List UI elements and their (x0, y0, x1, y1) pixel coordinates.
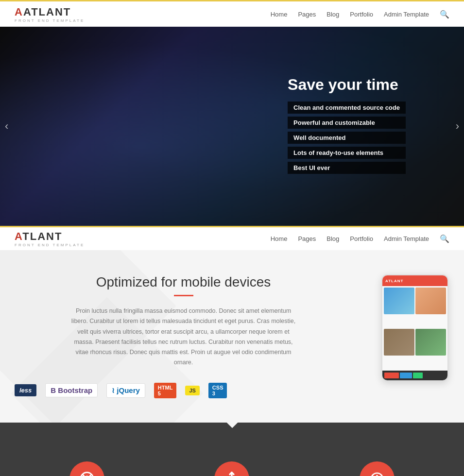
support-icon (79, 471, 95, 476)
tech-css3: CSS3 (208, 383, 227, 398)
phone-brand-text: ATLANT (385, 279, 403, 283)
title-underline (174, 295, 193, 296)
tech-jquery: ≀ jQuery (106, 383, 145, 398)
hero-title: Save your time (288, 76, 406, 94)
hero-prev-button[interactable]: ‹ (5, 120, 8, 133)
mobile-text-area: Optimized for mobile devices Proin luctu… (15, 274, 352, 398)
phone-body (382, 286, 447, 371)
nav2-admin[interactable]: Admin Template (384, 235, 429, 242)
svg-line-2 (83, 474, 85, 476)
nav2-portfolio[interactable]: Portfolio (350, 235, 373, 242)
tech-less: less (15, 384, 36, 396)
hero-section: ‹ Save your time Clean and commented sou… (0, 27, 464, 226)
logo-2: ATLANT FRONT END TEMPLATE (15, 230, 85, 247)
phone-mockup: ATLANT (381, 274, 449, 381)
logo-subtitle-2: FRONT END TEMPLATE (15, 243, 85, 247)
nav-admin[interactable]: Admin Template (384, 11, 429, 18)
svg-line-4 (89, 474, 91, 476)
mobile-section: Optimized for mobile devices Proin luctu… (0, 250, 464, 423)
hero-feature-1: Clean and commented source code (288, 102, 406, 114)
hero-feature-4: Lots of ready-to-use elements (288, 147, 406, 159)
phone-header: ATLANT (382, 275, 447, 286)
logo-title: AATLANT (15, 6, 85, 18)
responsive-icon (224, 471, 240, 476)
features-section: Free Updates & Support We provide suppor… (0, 442, 464, 476)
phone-bar-1 (384, 373, 399, 378)
phone-screen: ATLANT (381, 274, 448, 381)
nav-home[interactable]: Home (271, 11, 288, 18)
main-nav: Home Pages Blog Portfolio Admin Template… (271, 10, 449, 19)
logo: AATLANT FRONT END TEMPLATE (15, 6, 85, 23)
phone-bar-2 (400, 373, 412, 378)
second-header: ATLANT FRONT END TEMPLATE Home Pages Blo… (0, 226, 464, 250)
hero-feature-2: Powerful and customizable (288, 117, 406, 129)
nav2-pages[interactable]: Pages (298, 235, 316, 242)
tech-bootstrap: B Bootstrap (45, 383, 98, 397)
nav2-blog[interactable]: Blog (327, 235, 339, 242)
feature-timesaver-icon-circle (360, 461, 395, 476)
mobile-description: Proin luctus nulla fringilla massa euism… (67, 306, 300, 368)
phone-image-3 (384, 329, 414, 356)
clock-icon (369, 471, 385, 476)
hero-feature-3: Well documented (288, 132, 406, 144)
nav-portfolio[interactable]: Portfolio (350, 11, 373, 18)
feature-responsive: Responsive & Retina Ready Template build… (171, 461, 292, 476)
feature-timesaver: Time Saver With this template you will s… (316, 461, 438, 476)
nav2-home[interactable]: Home (271, 235, 288, 242)
logo-a-letter: A (15, 6, 23, 18)
search-icon[interactable]: 🔍 (440, 10, 449, 19)
phone-image-1 (384, 288, 414, 314)
nav-pages[interactable]: Pages (298, 11, 316, 18)
top-header: AATLANT FRONT END TEMPLATE Home Pages Bl… (0, 0, 464, 27)
phone-image-4 (415, 329, 446, 356)
nav-blog[interactable]: Blog (327, 11, 339, 18)
hero-content: Save your time Clean and commented sourc… (288, 76, 406, 177)
search-icon-2[interactable]: 🔍 (440, 234, 449, 243)
tech-js: JS (185, 386, 199, 395)
feature-updates-icon-circle (69, 461, 104, 476)
phone-bottom-bar (382, 371, 447, 380)
tech-html5: HTML5 (154, 383, 177, 398)
feature-updates: Free Updates & Support We provide suppor… (26, 461, 148, 476)
logo-a-letter-2: A (15, 230, 22, 242)
logo-title-2: ATLANT (15, 230, 85, 243)
logo-text: ATLANT (23, 6, 71, 18)
phone-bar-3 (413, 373, 423, 378)
feature-responsive-icon-circle (214, 461, 249, 476)
tech-logos: less B Bootstrap ≀ jQuery HTML5 JS CSS3 (15, 383, 352, 398)
logo-subtitle: FRONT END TEMPLATE (15, 18, 85, 23)
main-nav-2: Home Pages Blog Portfolio Admin Template… (271, 234, 449, 243)
mobile-section-title: Optimized for mobile devices (15, 274, 352, 290)
diamond-divider (0, 423, 464, 442)
hero-feature-5: Best UI ever (288, 162, 406, 174)
phone-image-2 (415, 288, 446, 314)
hero-next-button[interactable]: › (456, 120, 459, 133)
